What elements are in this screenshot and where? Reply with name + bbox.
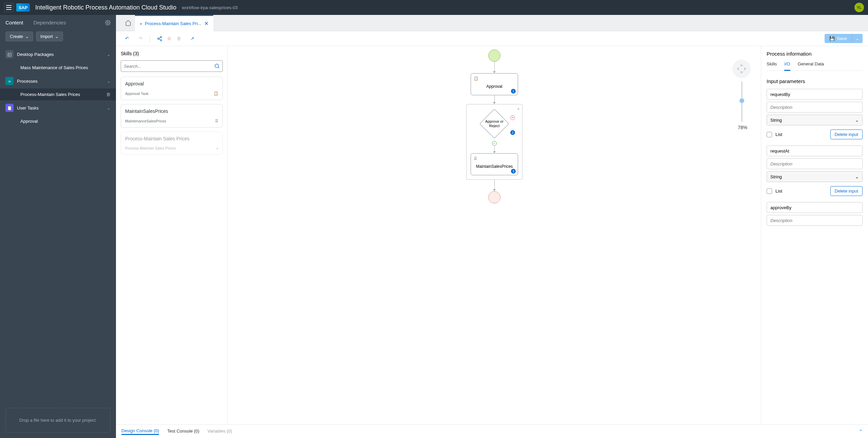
task-node-approval[interactable]: 📋 Approval 1 bbox=[471, 73, 518, 95]
clipboard-icon: 📋 bbox=[214, 91, 218, 96]
process-icon: » bbox=[140, 21, 142, 26]
skills-panel: Skills (3) Approval Approval Task📋 Maint… bbox=[116, 46, 228, 424]
dropzone[interactable]: Drop a file here to add it to your proje… bbox=[5, 408, 111, 433]
props-tab-general[interactable]: General Data bbox=[798, 61, 824, 71]
list-checkbox[interactable] bbox=[767, 132, 772, 137]
app-title: Intelligent Robotic Process Automation C… bbox=[35, 4, 176, 11]
search-input[interactable] bbox=[121, 60, 223, 72]
svg-line-4 bbox=[159, 39, 161, 40]
status-dot-icon bbox=[168, 37, 171, 40]
bottom-tab-vars[interactable]: Variables (0) bbox=[208, 429, 232, 434]
start-node[interactable] bbox=[488, 49, 500, 62]
skill-card-process[interactable]: Process-Maintain Sales Prices Process-Ma… bbox=[121, 132, 223, 155]
param-desc-input[interactable] bbox=[767, 215, 863, 226]
svg-line-7 bbox=[218, 67, 219, 68]
search-icon bbox=[214, 63, 220, 69]
zoom-level: 78% bbox=[738, 125, 747, 130]
process-icon: » bbox=[5, 77, 14, 85]
param-type-select[interactable]: String⌄ bbox=[767, 171, 863, 182]
param-name-input[interactable] bbox=[767, 145, 863, 156]
bottom-bar: Design Console (0) Test Console (0) Vari… bbox=[116, 424, 868, 438]
export-button[interactable]: ↗ bbox=[187, 34, 198, 43]
save-icon: 💾 bbox=[829, 36, 835, 41]
tree-user-tasks[interactable]: 📋 User Tasks ⌄ bbox=[0, 100, 116, 115]
editor-tab-process[interactable]: » Process-Maintain Sales Pri... ✕ bbox=[135, 15, 213, 31]
share-button[interactable] bbox=[154, 34, 165, 43]
chevron-down-icon: ⌄ bbox=[107, 52, 111, 57]
process-canvas[interactable]: 78% 📋 Approval 1 ⌄ Approve or Reject bbox=[228, 46, 761, 424]
redo-button[interactable]: ↷ bbox=[135, 34, 146, 43]
skills-title: Skills (3) bbox=[121, 51, 223, 56]
close-icon[interactable]: ✕ bbox=[204, 20, 209, 27]
param-desc-input[interactable] bbox=[767, 102, 863, 113]
chevron-down-icon: ⌄ bbox=[107, 79, 111, 84]
create-button[interactable]: Create⌄ bbox=[5, 32, 33, 41]
decision-node[interactable]: Approve or Reject ✕ 2 bbox=[480, 109, 509, 138]
clipboard-icon: 📋 bbox=[5, 104, 14, 112]
list-checkbox[interactable] bbox=[767, 188, 772, 194]
badge-3: 3 bbox=[511, 169, 516, 174]
end-node[interactable] bbox=[488, 191, 500, 203]
chevron-down-icon: ⌄ bbox=[855, 174, 859, 179]
home-tab[interactable] bbox=[121, 16, 135, 30]
editor-tabbar: » Process-Maintain Sales Pri... ✕ bbox=[116, 15, 868, 31]
chevron-down-icon: ⌄ bbox=[855, 118, 859, 123]
separator bbox=[150, 35, 150, 42]
search-field[interactable] bbox=[124, 64, 214, 69]
clipboard-icon: 📋 bbox=[474, 76, 515, 81]
toolbar: ↶ ↷ 🗑 ↗ 💾 Save ⌄ bbox=[116, 31, 868, 46]
sidebar-tab-dependencies[interactable]: Dependencies bbox=[34, 20, 66, 25]
tree-item-approval[interactable]: Approval bbox=[0, 115, 116, 127]
import-button[interactable]: Import⌄ bbox=[36, 32, 63, 41]
trash-icon[interactable]: 🗑 bbox=[106, 92, 111, 97]
automation-icon: ☰ bbox=[215, 119, 218, 123]
param-type-select[interactable]: String⌄ bbox=[767, 115, 863, 125]
expand-icon[interactable]: ⌃ bbox=[859, 429, 863, 434]
param-name-input[interactable] bbox=[767, 89, 863, 100]
selection-box[interactable]: ⌄ Approve or Reject ✕ 2 ✓ ☰ MaintainSale… bbox=[466, 104, 522, 180]
param-desc-input[interactable] bbox=[767, 158, 863, 169]
nav-pad[interactable] bbox=[732, 60, 751, 78]
bottom-tab-design[interactable]: Design Console (0) bbox=[121, 428, 159, 435]
svg-line-5 bbox=[159, 37, 161, 38]
bottom-tab-test[interactable]: Test Console (0) bbox=[167, 429, 199, 434]
gear-icon[interactable] bbox=[105, 20, 111, 25]
sap-logo: SAP bbox=[16, 3, 30, 12]
svg-point-2 bbox=[158, 38, 159, 39]
undo-button[interactable]: ↶ bbox=[121, 34, 132, 43]
sidebar-tab-content[interactable]: Content bbox=[5, 20, 23, 25]
delete-input-button[interactable]: Delete input bbox=[830, 130, 863, 139]
approve-icon: ✓ bbox=[492, 141, 497, 146]
task-node-maintain[interactable]: ☰ MaintainSalesPrices 3 bbox=[471, 153, 518, 175]
sidebar: Content Dependencies Create⌄ Import⌄ ◱ D… bbox=[0, 15, 116, 438]
app-header: SAP Intelligent Robotic Process Automati… bbox=[0, 0, 868, 15]
skill-card-approval[interactable]: Approval Approval Task📋 bbox=[121, 77, 223, 100]
main-area: » Process-Maintain Sales Pri... ✕ ↶ ↷ 🗑 … bbox=[116, 15, 868, 438]
chevron-down-icon: ⌄ bbox=[55, 34, 59, 39]
properties-panel: Process information Skills I/O General D… bbox=[761, 46, 868, 424]
delete-button[interactable]: 🗑 bbox=[173, 34, 184, 43]
tree-processes[interactable]: » Processes ⌄ bbox=[0, 74, 116, 88]
svg-point-0 bbox=[107, 22, 108, 23]
badge-2: 2 bbox=[510, 130, 515, 135]
menu-button[interactable] bbox=[4, 3, 14, 12]
props-tab-skills[interactable]: Skills bbox=[767, 61, 777, 71]
save-button[interactable]: 💾 Save bbox=[825, 34, 852, 43]
tree-item-mass-maintenance[interactable]: Mass Maintenance of Sales Prices bbox=[0, 62, 116, 74]
avatar[interactable]: YL bbox=[854, 3, 864, 12]
chevron-down-icon[interactable]: ⌄ bbox=[517, 106, 520, 111]
chevron-down-icon: ⌄ bbox=[25, 34, 29, 39]
svg-point-1 bbox=[160, 36, 162, 38]
zoom-thumb[interactable] bbox=[739, 98, 744, 103]
param-name-input[interactable] bbox=[767, 202, 863, 213]
save-dropdown[interactable]: ⌄ bbox=[852, 34, 863, 43]
delete-input-button[interactable]: Delete input bbox=[830, 186, 863, 196]
tree-desktop-packages[interactable]: ◱ Desktop Packages ⌄ bbox=[0, 47, 116, 62]
skill-card-maintain[interactable]: MaintainSalesPrices MaintenanceSalesPric… bbox=[121, 104, 223, 127]
badge-1: 1 bbox=[511, 89, 516, 94]
props-tab-io[interactable]: I/O bbox=[784, 61, 790, 71]
tree-item-process-maintain[interactable]: Process-Maintain Sales Prices 🗑 bbox=[0, 88, 116, 100]
automation-icon: ☰ bbox=[474, 156, 515, 161]
svg-point-3 bbox=[160, 39, 162, 41]
zoom-slider[interactable] bbox=[741, 81, 743, 122]
